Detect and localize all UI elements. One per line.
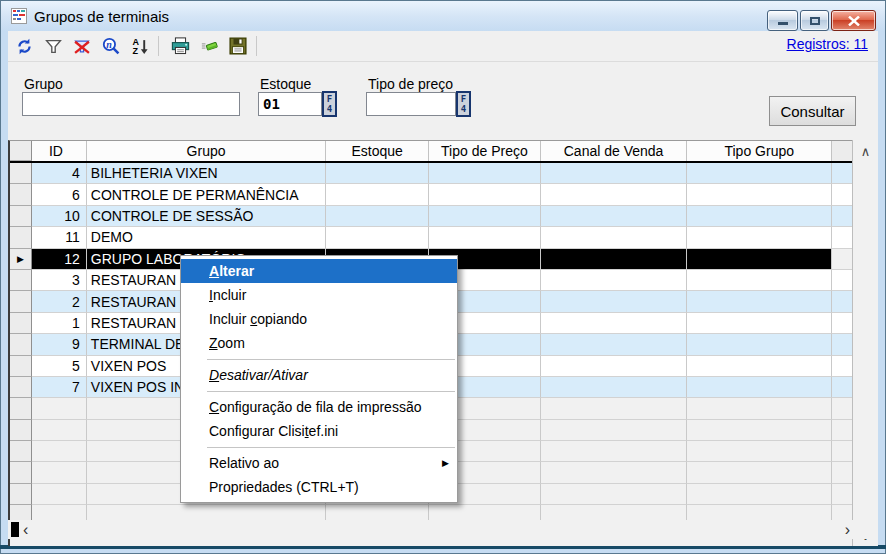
menu-item[interactable]: Incluir — [181, 283, 457, 307]
close-button[interactable] — [831, 10, 876, 31]
row-selector — [10, 334, 32, 355]
cell-grupo: DEMO — [87, 227, 326, 248]
row-selector — [10, 462, 32, 483]
column-header-tipo-grupo[interactable]: Tipo Grupo — [687, 141, 832, 161]
cell-empty — [687, 206, 832, 227]
cell-grupo: CONTROLE DE SESSÃO — [87, 206, 326, 227]
title-bar[interactable]: Grupos de terminais — [1, 1, 885, 31]
row-selector — [10, 441, 32, 462]
cell-empty — [541, 334, 688, 355]
filter-icon[interactable] — [40, 35, 66, 57]
cell-empty — [32, 420, 87, 441]
cell-empty — [687, 334, 832, 355]
maximize-button[interactable] — [800, 10, 829, 31]
consultar-button[interactable]: Consultar — [769, 96, 856, 126]
scroll-left-icon[interactable]: ‹ — [23, 520, 28, 539]
scroll-right-icon[interactable]: › — [845, 520, 850, 539]
cell-empty — [541, 184, 688, 205]
cell-id: 3 — [32, 270, 87, 291]
cell-empty — [687, 420, 832, 441]
cell-empty — [832, 334, 852, 355]
save-icon[interactable] — [225, 35, 251, 57]
menu-item[interactable]: Propriedades (CTRL+T) — [181, 475, 457, 499]
menu-item[interactable]: Relativo ao▶ — [181, 451, 457, 475]
cell-empty — [832, 462, 852, 483]
filter-clear-icon[interactable] — [69, 35, 95, 57]
estoque-f4-button[interactable]: F 4 — [322, 91, 337, 117]
menu-item-label: Desativar/Ativar — [209, 367, 308, 383]
row-selector — [10, 206, 32, 227]
cell-empty — [832, 249, 852, 270]
row-selector — [10, 291, 32, 312]
column-header-id[interactable]: ID — [32, 141, 87, 161]
column-header-tipo-preco[interactable]: Tipo de Preço — [429, 141, 541, 161]
row-selector — [10, 163, 32, 184]
erase-icon[interactable] — [196, 35, 222, 57]
menu-item-label: Propriedades (CTRL+T) — [209, 479, 359, 495]
horizontal-scrollbar[interactable]: ‹ › — [8, 520, 878, 539]
menu-item-label: Incluir copiando — [209, 311, 307, 327]
table-header: ID Grupo Estoque Tipo de Preço Canal de … — [10, 141, 852, 163]
table-row[interactable]: 10CONTROLE DE SESSÃO — [10, 206, 852, 227]
context-menu: AlterarIncluirIncluir copiandoZoomDesati… — [180, 255, 458, 503]
tipo-preco-input[interactable] — [366, 92, 456, 116]
table-row[interactable]: 4BILHETERIA VIXEN — [10, 163, 852, 184]
menu-item[interactable]: Desativar/Ativar — [181, 363, 457, 387]
menu-item-label: Zoom — [209, 335, 245, 351]
find-icon[interactable]: n — [98, 35, 124, 57]
submenu-arrow-icon: ▶ — [442, 458, 449, 468]
cell-empty — [541, 356, 688, 377]
cell-empty — [541, 484, 688, 505]
cell-empty — [687, 184, 832, 205]
menu-item[interactable]: Configuração de fila de impressão — [181, 395, 457, 419]
column-header-grupo[interactable]: Grupo — [87, 141, 326, 161]
cell-id: 1 — [32, 313, 87, 334]
print-icon[interactable] — [167, 35, 193, 57]
menu-item[interactable]: Incluir copiando — [181, 307, 457, 331]
cell-id: 7 — [32, 377, 87, 398]
cell-empty — [687, 163, 832, 184]
minimize-button[interactable] — [767, 10, 798, 31]
sort-az-icon[interactable]: A Z — [127, 35, 153, 57]
hscroll-thumb[interactable] — [11, 522, 19, 537]
cell-empty — [32, 398, 87, 419]
cell-empty — [541, 291, 688, 312]
cell-empty — [832, 356, 852, 377]
cell-empty — [687, 377, 832, 398]
cell-empty — [541, 249, 688, 270]
vertical-scrollbar[interactable]: ∧ ∨ — [852, 140, 878, 546]
app-window: Grupos de terminais — [0, 0, 886, 554]
table-row[interactable]: 6CONTROLE DE PERMANÊNCIA — [10, 184, 852, 205]
app-icon — [11, 8, 27, 24]
menu-item-label: Configurar Clisitef.ini — [209, 423, 338, 439]
estoque-input[interactable] — [258, 92, 322, 116]
cell-empty — [541, 163, 688, 184]
cell-empty — [326, 163, 429, 184]
menu-item[interactable]: Alterar — [181, 259, 457, 283]
cell-empty — [541, 398, 688, 419]
table-row[interactable]: 11DEMO — [10, 227, 852, 248]
refresh-icon[interactable] — [11, 35, 37, 57]
row-selector — [10, 313, 32, 334]
minimize-icon — [778, 22, 788, 25]
cell-empty — [32, 484, 87, 505]
cell-grupo: BILHETERIA VIXEN — [87, 163, 326, 184]
toolbar-separator — [158, 36, 159, 56]
cell-empty — [429, 163, 541, 184]
cell-empty — [687, 227, 832, 248]
column-header-canal-venda[interactable]: Canal de Venda — [541, 141, 688, 161]
cell-empty — [832, 420, 852, 441]
tipo-preco-f4-button[interactable]: F 4 — [456, 91, 471, 117]
cell-empty — [541, 270, 688, 291]
cell-empty — [541, 441, 688, 462]
menu-item[interactable]: Zoom — [181, 331, 457, 355]
f4-label-top: F — [324, 94, 335, 104]
cell-id: 10 — [32, 206, 87, 227]
column-header-estoque[interactable]: Estoque — [326, 141, 429, 161]
menu-item[interactable]: Configurar Clisitef.ini — [181, 419, 457, 443]
cell-empty — [429, 184, 541, 205]
grupo-input[interactable] — [22, 92, 240, 116]
header-filler — [832, 141, 852, 161]
scroll-up-icon[interactable]: ∧ — [853, 142, 878, 160]
registros-link[interactable]: Registros: 11 — [787, 36, 868, 52]
